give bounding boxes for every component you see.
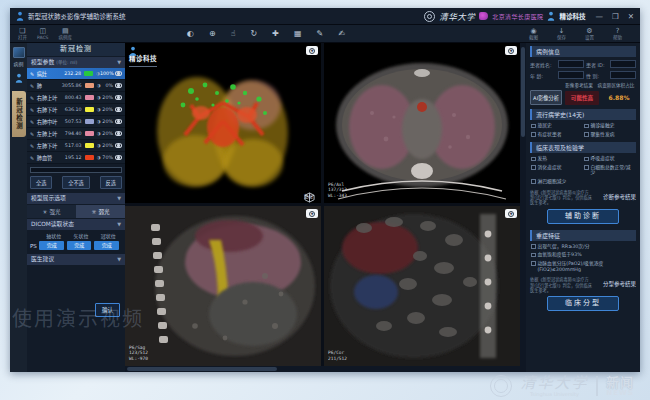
- dicom-status-header[interactable]: DICOM读取状态 ▼: [27, 219, 125, 230]
- unit-label: (单位: ml): [56, 57, 77, 68]
- gear-icon: ⚙: [586, 27, 592, 35]
- maximize-button[interactable]: ❐: [612, 12, 619, 21]
- case-thumbnail-icon[interactable]: [13, 47, 25, 58]
- checkbox-confirmed-contact[interactable]: 确诊接触史: [584, 123, 635, 129]
- rotate-icon[interactable]: ↻: [251, 29, 258, 39]
- checkbox-tachypnea[interactable]: 出现气促，RR≥30次/分: [531, 244, 635, 250]
- crosshair-icon[interactable]: ✚: [272, 29, 279, 39]
- loading-progress-bar: [30, 167, 122, 173]
- model-layer-row-lll[interactable]: ✎ 左肺下叶 517.03 ◑ 20%: [27, 140, 125, 152]
- model-layer-row-rul[interactable]: ✎ 右肺上叶 800.43 ◑ 20%: [27, 92, 125, 104]
- edit-report-icon[interactable]: ✍: [338, 29, 345, 39]
- scrollbar-thumb[interactable]: [521, 47, 525, 137]
- layout-grid-icon[interactable]: ▦: [294, 29, 302, 39]
- model-layer-row-vessels[interactable]: ✎ 肺血管 195.12 ◑ 70%: [27, 152, 125, 164]
- age-input[interactable]: [558, 71, 584, 79]
- screenshot-button[interactable]: ◉ 截图: [529, 27, 538, 40]
- pan-hand-icon[interactable]: ☝: [231, 29, 236, 39]
- visibility-eye-icon[interactable]: [115, 155, 122, 160]
- help-button[interactable]: ? 帮助: [613, 27, 622, 40]
- coronal-ct-image: [324, 206, 520, 366]
- checkbox-fever[interactable]: 发热: [531, 156, 582, 162]
- viewport-dropdown-toggle[interactable]: ▼: [505, 209, 517, 218]
- checkbox-symptomatic-patient[interactable]: 有症状患者: [531, 132, 582, 138]
- window-level-icon[interactable]: ◐: [187, 29, 194, 39]
- checkbox-digestive-symptoms[interactable]: 消化道症状: [531, 165, 582, 176]
- viewport-coronal-ct[interactable]: ▼ P6/Cor 211/512: [324, 206, 520, 366]
- display-options-header[interactable]: 模型展示选项 ▼: [27, 193, 125, 204]
- clinical-classification-button[interactable]: 临床分型: [547, 296, 619, 311]
- epidemiology-header: 流行病学史(14天): [530, 109, 636, 120]
- patient-person-icon[interactable]: [15, 73, 23, 83]
- doctor-advice-area[interactable]: 确认: [27, 265, 125, 335]
- open-study-button[interactable]: ❏ 打开: [18, 27, 27, 40]
- visibility-eye-icon[interactable]: [115, 95, 122, 100]
- tsinghua-footer-english: Tsinghua University: [520, 391, 588, 397]
- reset-cube-icon: [304, 192, 315, 203]
- tab-strong-light[interactable]: ☀ 强光: [27, 205, 76, 218]
- invert-selection-button[interactable]: 反选: [100, 176, 122, 189]
- visibility-eye-icon[interactable]: [115, 119, 122, 124]
- model-params-header[interactable]: 模型参数 (单位: ml) ▼: [27, 57, 125, 68]
- save-button[interactable]: ↓ 保存: [557, 27, 566, 40]
- visibility-eye-icon[interactable]: [115, 143, 122, 148]
- reset-view-button[interactable]: 复位: [304, 192, 313, 199]
- close-button[interactable]: ✕: [628, 12, 634, 21]
- toolbar: ❏ 打开 ◫ PACS ▤ 病例库 ◐ ⊕ ☝ ↻ ✚ ▦ ✎ ✍ ◉ 截图: [10, 25, 640, 43]
- checkbox-lymphopenia[interactable]: 淋巴细胞减少: [531, 179, 582, 185]
- viewport-sagittal-ct[interactable]: ▼ P6/Sag 123/512 WL:-970: [125, 206, 321, 366]
- color-swatch: [85, 119, 94, 124]
- select-all-button[interactable]: 全选: [30, 176, 52, 189]
- checkbox-low-spo2[interactable]: 血氧饱和度低于93%: [531, 252, 635, 258]
- model-layer-row-lesion[interactable]: ✎ 病灶 232.28 ◑ 100%: [27, 68, 125, 80]
- brand-logos: 清华大学 北京清华长庚医院 精诊科技: [424, 10, 585, 22]
- zoom-icon[interactable]: ⊕: [209, 29, 216, 39]
- checkbox-icon: [584, 165, 589, 170]
- left-rail: 病例 新冠检测: [10, 43, 27, 372]
- confirm-button[interactable]: 确认: [95, 303, 120, 317]
- case-library-button[interactable]: ▤ 病例库: [58, 27, 72, 40]
- ai-analysis-button[interactable]: AI影像分析: [530, 90, 562, 105]
- doctor-advice-header[interactable]: 医生建议 ▼: [27, 254, 125, 265]
- color-swatch: [84, 71, 93, 76]
- annotate-pencil-icon[interactable]: ✎: [316, 29, 323, 39]
- checkbox-cluster-onset[interactable]: 聚集性发病: [584, 132, 635, 138]
- patient-id-input[interactable]: [610, 60, 636, 68]
- checkbox-wbc-normal-low[interactable]: 白细胞总数正常/减少: [584, 165, 635, 176]
- sex-input[interactable]: [610, 71, 636, 79]
- checkbox-icon: [531, 124, 536, 129]
- auxiliary-diagnosis-button[interactable]: 辅助诊断: [547, 209, 619, 224]
- model-layer-row-lul[interactable]: ✎ 左肺上叶 794.40 ◑ 20%: [27, 128, 125, 140]
- select-none-button[interactable]: 全不选: [62, 176, 90, 189]
- model-layer-row-rll[interactable]: ✎ 右肺下叶 636.10 ◑ 20%: [27, 104, 125, 116]
- visibility-eye-icon[interactable]: [115, 107, 122, 112]
- viewport-3d-render[interactable]: 精诊科技 ▼ 复位: [125, 43, 321, 203]
- visibility-eye-icon[interactable]: [115, 131, 122, 136]
- visibility-eye-icon[interactable]: [115, 83, 122, 88]
- viewport-dropdown-toggle[interactable]: ▼: [306, 46, 318, 55]
- visibility-eye-icon[interactable]: [115, 71, 122, 76]
- checkbox-pao2-fio2[interactable]: 动脉血氧分压(PaO2)/吸氧浓度(FiO2)≤300mmHg: [531, 261, 635, 272]
- scrollbar-thumb[interactable]: [127, 367, 277, 371]
- classification-result-label: 分型参考结果: [595, 277, 636, 293]
- color-swatch: [85, 155, 94, 160]
- viewport-dropdown-toggle[interactable]: ▼: [306, 209, 318, 218]
- pacs-button[interactable]: ◫ PACS: [37, 27, 48, 40]
- chevron-down-icon: ▼: [117, 193, 121, 204]
- model-layer-row-lung[interactable]: ✎ 肺 3055.86 ◑ 0%: [27, 80, 125, 92]
- model-layer-row-rml[interactable]: ✎ 右肺中叶 507.53 ◑ 20%: [27, 116, 125, 128]
- checkbox-travel-history[interactable]: 旅居史: [531, 123, 582, 129]
- paint-icon: ✎: [30, 119, 37, 125]
- status-badge-coronal: 完成: [94, 241, 119, 250]
- checkbox-respiratory-symptoms[interactable]: 呼吸道症状: [584, 156, 635, 162]
- settings-button[interactable]: ⚙ 设置: [585, 27, 594, 40]
- viewport-dropdown-toggle[interactable]: ▼: [505, 46, 517, 55]
- patient-name-input[interactable]: [558, 60, 584, 68]
- tab-weak-light[interactable]: ☼ 弱光: [76, 205, 125, 218]
- viewport-axial-ct[interactable]: ▼ P6/Axl 137/313 WL:-343: [324, 43, 520, 203]
- folder-open-icon: ❏: [19, 27, 25, 35]
- sun-icon: ☀: [43, 209, 48, 215]
- tab-covid-detection[interactable]: 新冠检测: [12, 91, 26, 137]
- minimize-button[interactable]: —: [595, 12, 603, 21]
- diagnosis-note: 依据《新型冠状病毒肺炎诊疗方案(试行第七版)》判定，仅供临床医生参考。: [530, 190, 592, 206]
